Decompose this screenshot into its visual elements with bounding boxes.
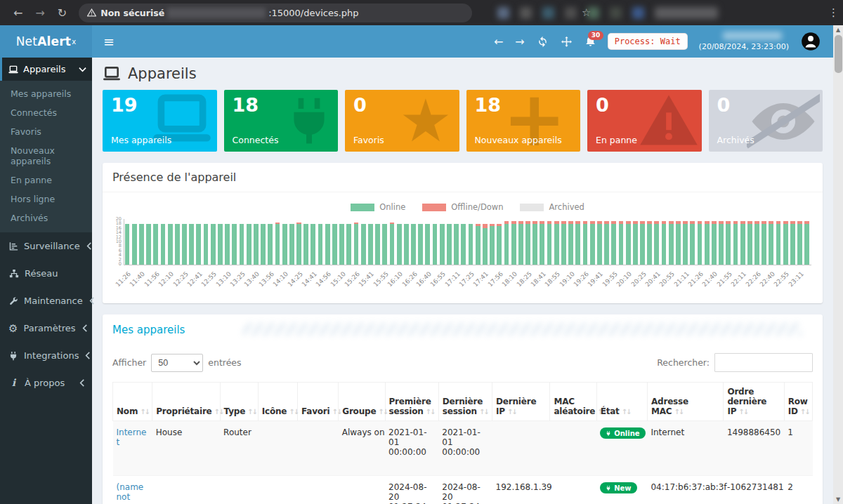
chart-bar — [268, 224, 273, 265]
card-archives[interactable]: 0 Archivés — [709, 90, 823, 152]
col-nom[interactable]: Nom↑↓ — [113, 383, 152, 421]
col-adresse-mac[interactable]: Adresse MAC↑↓ — [647, 383, 723, 421]
col-groupe[interactable]: Groupe↑↓ — [339, 383, 385, 421]
address-bar[interactable]: Non sécurisé :15000/devices.php — [79, 4, 472, 22]
monitoring-icon — [8, 241, 18, 251]
chart-bar — [125, 224, 130, 265]
extension-icon[interactable] — [610, 7, 622, 19]
col-ordre-derniere-ip[interactable]: Ordre dernière IP↑↓ — [724, 383, 784, 421]
sidebar-item-appareils[interactable]: Appareils — [0, 58, 92, 81]
sidebar-item-surveillance[interactable]: Surveillance — [0, 232, 92, 260]
col-icone[interactable]: Icône↑↓ — [258, 383, 297, 421]
eye-slash-icon — [747, 93, 820, 150]
chart-bar — [568, 221, 573, 265]
sidebar-item-en-panne[interactable]: En panne — [0, 171, 92, 190]
extension-icon[interactable] — [497, 7, 509, 19]
sidebar-item-label: Integrations — [24, 350, 79, 361]
sidebar-item-archives[interactable]: Archivés — [0, 208, 92, 227]
extensions-row[interactable] — [497, 7, 718, 19]
legend-online[interactable]: Online — [351, 202, 405, 212]
sidebar-item-nouveaux-appareils[interactable]: Nouveaux appareils — [0, 141, 92, 171]
plug-icon — [606, 485, 611, 491]
redacted-host — [167, 8, 266, 18]
chart-bar — [504, 221, 509, 265]
sidebar-item-mes-appareils[interactable]: Mes appareils — [0, 84, 92, 103]
chart-bar — [425, 224, 430, 265]
scrollbar-thumb[interactable] — [835, 35, 842, 73]
extension-icon[interactable] — [655, 7, 718, 19]
sidebar-item-integrations[interactable]: Integrations — [0, 342, 92, 369]
card-nouveaux-appareils[interactable]: 18 + Nouveaux appareils — [466, 90, 581, 152]
extension-icon[interactable] — [542, 7, 554, 19]
col-row-id[interactable]: Row ID↑↓ — [784, 383, 812, 421]
chart-bar — [240, 224, 244, 265]
chart-bar — [175, 224, 180, 265]
sidebar-item-hors-ligne[interactable]: Hors ligne — [0, 190, 92, 208]
col-derniere-session[interactable]: Dernière session↑↓ — [438, 383, 492, 421]
card-connectes[interactable]: 18 Connectés — [224, 90, 339, 152]
browser-back-icon[interactable]: ← — [13, 6, 22, 20]
nav-forward-icon[interactable]: → — [515, 35, 524, 48]
search-label: Rechercher: — [657, 357, 710, 368]
card-en-panne[interactable]: 0 En panne — [587, 90, 702, 152]
move-icon[interactable] — [561, 36, 573, 48]
col-derniere-ip[interactable]: Dernière IP↑↓ — [492, 383, 550, 421]
device-link[interactable]: Internet — [117, 427, 147, 447]
length-label-before: Afficher — [112, 357, 146, 368]
browser-menu-icon[interactable]: ⋮ — [828, 6, 839, 19]
chart-bar — [411, 224, 416, 265]
brand-logo[interactable]: NetAlertx — [0, 25, 92, 58]
chart-bar — [139, 224, 144, 265]
chart-legend: OnlineOffline/DownArchived — [124, 202, 811, 212]
sort-icon: ↑↓ — [800, 408, 809, 416]
col-etat[interactable]: État↑↓ — [596, 383, 647, 421]
card-label: En panne — [596, 135, 637, 145]
col-proprietaire[interactable]: Propriétaire↑↓ — [152, 383, 220, 421]
chart-bar — [182, 224, 187, 265]
page-scrollbar[interactable]: ▲ ▼ — [833, 25, 843, 504]
card-favoris[interactable]: 0 ★ Favoris — [345, 90, 459, 152]
avatar[interactable] — [801, 32, 821, 51]
browser-reload-icon[interactable]: ↻ — [58, 6, 67, 20]
sidebar-item-favoris[interactable]: Favoris — [0, 122, 92, 141]
legend-archived[interactable]: Archived — [520, 202, 584, 212]
chart-bar — [296, 223, 301, 265]
sidebar-item-label: Maintenance — [24, 296, 83, 306]
notifications-bell-icon[interactable]: 30 — [584, 36, 596, 48]
chart-bar — [311, 224, 315, 265]
process-status-badge[interactable]: Process: Wait — [608, 34, 687, 49]
extension-icon[interactable] — [587, 7, 599, 19]
chart-bar — [669, 221, 674, 265]
scroll-down-icon[interactable]: ▼ — [833, 495, 843, 504]
sidebar-submenu: Mes appareils Connectés Favoris Nouveaux… — [0, 81, 92, 232]
search-input[interactable] — [714, 353, 813, 372]
col-type[interactable]: Type↑↓ — [220, 383, 258, 421]
card-mes-appareils[interactable]: 19 Mes appareils — [103, 90, 217, 152]
chevron-left-icon — [84, 352, 91, 359]
legend-offline-down[interactable]: Offline/Down — [422, 202, 503, 212]
nav-back-icon[interactable]: ← — [494, 35, 503, 48]
sidebar-item-connectes[interactable]: Connectés — [0, 103, 92, 122]
sidebar-item-reseau[interactable]: Réseau — [0, 260, 92, 287]
sidebar-item-maintenance[interactable]: Maintenance — [0, 287, 92, 314]
extension-icon[interactable] — [632, 7, 644, 19]
sync-icon[interactable] — [537, 36, 549, 48]
col-premiere-session[interactable]: Première session↑↓ — [385, 383, 438, 421]
sidebar-item-parametres[interactable]: ⚙ Paramètres — [0, 314, 92, 342]
col-mac-aleatoire[interactable]: MAC aléatoire↑↓ — [550, 383, 596, 421]
browser-forward-icon[interactable]: → — [35, 6, 44, 20]
brand-prefix: Net — [16, 34, 37, 48]
page-length-select[interactable]: 50 — [151, 354, 203, 372]
brand-bold: Alert — [37, 34, 71, 48]
col-favori[interactable]: Favori↑↓ — [298, 383, 339, 421]
extension-icon[interactable] — [520, 7, 532, 19]
sidebar-item-a-propos[interactable]: i À propos — [0, 369, 92, 397]
hamburger-icon[interactable]: ≡ — [103, 34, 115, 49]
scroll-up-icon[interactable]: ▲ — [833, 25, 843, 34]
chart-bar — [776, 221, 781, 265]
extension-icon[interactable] — [565, 7, 577, 19]
device-link[interactable]: (name not — [117, 482, 144, 502]
chart-bar — [132, 224, 137, 265]
chart-bar — [797, 221, 802, 265]
sort-icon: ↑↓ — [479, 408, 488, 416]
